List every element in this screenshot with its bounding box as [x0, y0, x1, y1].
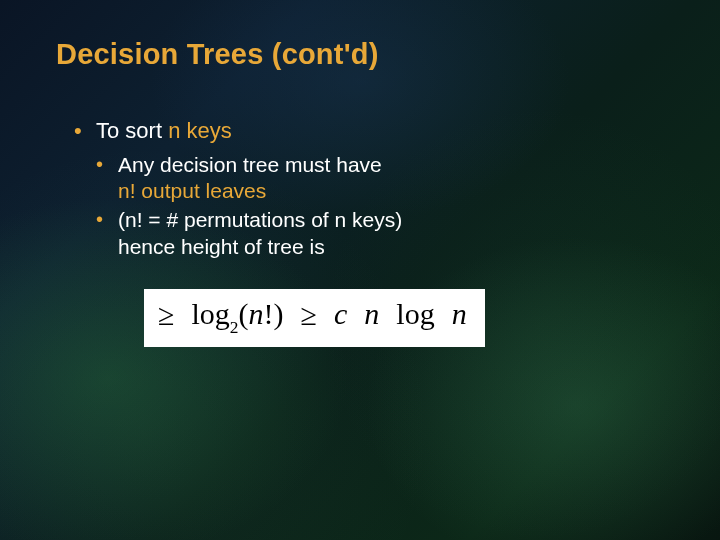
bullet-l2a: Any decision tree must have n! output le…: [96, 152, 664, 206]
formula-log1: log: [191, 297, 229, 330]
formula-bang: !: [264, 297, 274, 330]
formula-n1: n: [249, 297, 264, 330]
bullet-list-level2: Any decision tree must have n! output le…: [96, 152, 664, 262]
bullet-list-level1: To sort n keys Any decision tree must ha…: [74, 117, 664, 261]
bullet-l2b: (n! = # permutations of n keys) hence he…: [96, 207, 664, 261]
bullet-l1-text: To sort: [96, 118, 168, 143]
formula-ge2: ≥: [301, 300, 317, 330]
slide: Decision Trees (cont'd) To sort n keys A…: [0, 0, 720, 540]
formula-log2: log: [396, 297, 434, 330]
bullet-l2a-accent: n! output leaves: [118, 178, 664, 205]
bullet-l2b-line2: hence height of tree is: [118, 234, 664, 261]
formula-ge1: ≥: [158, 300, 174, 330]
bullet-l2a-line1: Any decision tree must have: [118, 153, 382, 176]
formula-sub: 2: [230, 317, 239, 337]
slide-content: To sort n keys Any decision tree must ha…: [56, 117, 664, 347]
formula-box: ≥ log2(n!) ≥ c n log n: [144, 289, 485, 346]
formula-container: ≥ log2(n!) ≥ c n log n: [144, 289, 664, 346]
slide-title: Decision Trees (cont'd): [56, 38, 664, 71]
formula-close: ): [274, 297, 284, 330]
formula-c: c: [334, 297, 347, 330]
formula-open: (: [239, 297, 249, 330]
formula-n3: n: [452, 297, 467, 330]
bullet-l2b-line1: (n! = # permutations of n keys): [118, 208, 402, 231]
bullet-l1-accent: n keys: [168, 118, 232, 143]
formula-n2: n: [364, 297, 379, 330]
bullet-l1-item: To sort n keys Any decision tree must ha…: [74, 117, 664, 261]
